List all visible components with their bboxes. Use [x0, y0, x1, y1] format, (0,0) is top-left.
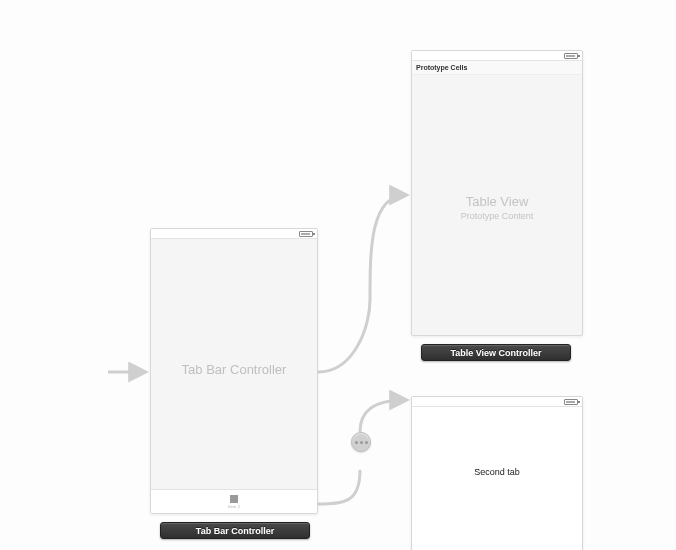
scene-caption-tab-bar-controller[interactable]: Tab Bar Controller — [160, 522, 310, 539]
battery-icon — [299, 231, 313, 237]
tab-bar-controller-placeholder: Tab Bar Controller — [151, 362, 317, 377]
scene-caption-table-view-controller[interactable]: Table View Controller — [421, 344, 571, 361]
status-bar — [412, 51, 582, 61]
battery-icon — [564, 53, 578, 59]
table-view-title: Table View — [412, 194, 582, 209]
table-view-controller-scene[interactable]: Prototype Cells Table View Prototype Con… — [411, 50, 583, 336]
status-bar — [151, 229, 317, 239]
table-view-placeholder: Table View Prototype Content — [412, 194, 582, 221]
status-bar — [412, 397, 582, 407]
battery-icon — [564, 399, 578, 405]
second-tab-scene[interactable]: Second tab — [411, 396, 583, 550]
tab-item-label: Item 2 — [228, 504, 240, 509]
tab-bar[interactable]: Item 2 — [151, 489, 317, 513]
prototype-cells-label: Prototype Cells — [416, 64, 467, 71]
tab-square-icon — [230, 495, 238, 503]
relationship-segue-icon[interactable] — [351, 432, 371, 452]
table-view-subtitle: Prototype Content — [412, 211, 582, 221]
second-tab-label: Second tab — [412, 467, 582, 477]
prototype-cells-header: Prototype Cells — [412, 61, 582, 75]
tab-bar-controller-scene[interactable]: Tab Bar Controller Item 2 — [150, 228, 318, 514]
